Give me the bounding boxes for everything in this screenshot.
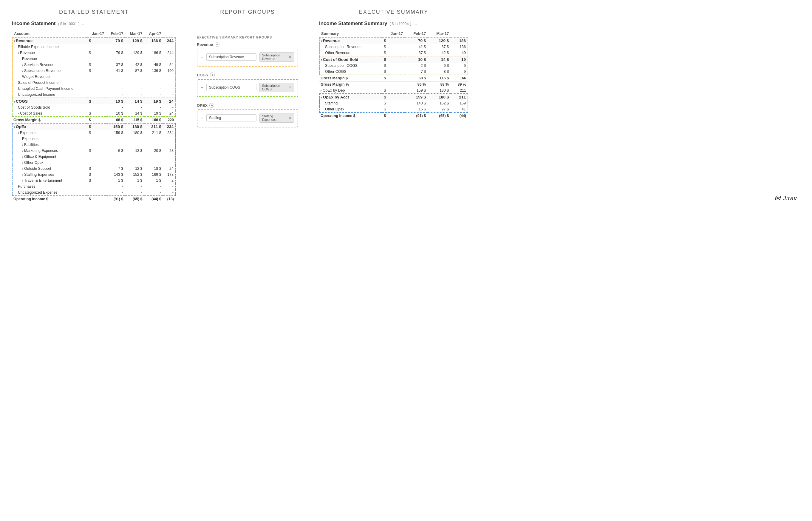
cell-value: -: [106, 74, 125, 80]
cell-value: 6 $: [106, 148, 125, 154]
chevron-icon: ▾: [18, 51, 19, 54]
exec-col-header-mar17: Mar-17: [428, 30, 451, 37]
table-row: Purchases----: [12, 183, 176, 189]
rg-revenue-add-btn[interactable]: +: [215, 42, 219, 47]
cell-value: 6 $: [428, 63, 451, 69]
exec-summary-label: EXECUTIVE SUMMARY REPORT GROUPS: [197, 36, 298, 39]
cell-account: ▸Office & Equipment: [12, 154, 87, 160]
rg-opex-add-btn[interactable]: +: [209, 103, 214, 108]
exec-dots[interactable]: ...: [413, 21, 417, 26]
cell-value: $: [87, 110, 106, 117]
cell-value: 178: [163, 172, 176, 178]
cell-account: Gross Margin %: [319, 82, 382, 88]
cell-value: -: [125, 136, 144, 142]
cell-value: 24: [163, 98, 176, 105]
cell-value: 186: [451, 37, 468, 44]
cell-value: 152 $: [125, 172, 144, 178]
cell-value: 211 $: [144, 130, 163, 136]
chevron-icon: ▾: [321, 58, 323, 62]
cell-value: 159 $: [106, 130, 125, 136]
cell-value: [382, 82, 405, 88]
rg-cogs-input[interactable]: [206, 84, 257, 91]
cell-value: 19 $: [144, 110, 163, 117]
cell-account: ▾Revenue: [319, 37, 382, 44]
rg-opex-section: OPEX + – Staffing Expenses ✕: [197, 103, 298, 128]
cell-value: $: [382, 94, 405, 100]
rg-opex-row-1: – Staffing Expenses ✕: [201, 113, 294, 123]
table-row: Staffing$143 $152 $169: [319, 100, 468, 106]
table-row: ▸Cost of Sales$10 $14 $19 $24: [12, 110, 176, 117]
rg-cogs-add-btn[interactable]: +: [210, 72, 215, 77]
rg-opex-minus-btn[interactable]: –: [201, 115, 204, 120]
rg-opex-tag: Staffing Expenses ✕: [259, 113, 294, 123]
rg-opex-tag-remove[interactable]: ✕: [289, 116, 291, 120]
cell-account: ▾Expenses: [12, 130, 87, 136]
rg-cogs-minus-btn[interactable]: –: [201, 85, 204, 90]
table-row: Other COGS$7 $8 $9: [319, 69, 468, 75]
cell-value: (44) $: [144, 196, 163, 202]
rg-cogs-row-1: – Subscription COGS ✕: [201, 83, 294, 92]
table-row: Revenue----: [12, 56, 176, 62]
rg-cogs-tag-remove[interactable]: ✕: [289, 86, 291, 90]
cell-value: 190: [163, 68, 176, 74]
cell-account: Operating Income $: [12, 196, 87, 202]
cell-value: 211 $: [144, 123, 163, 130]
cell-value: 1 $: [106, 178, 125, 183]
cell-value: [87, 136, 106, 142]
cell-account: Operating Income $: [319, 113, 382, 119]
rg-revenue-tag-remove[interactable]: ✕: [289, 55, 291, 59]
table-row: Billable Expense Income----: [12, 44, 176, 50]
cell-value: 87 $: [428, 44, 451, 50]
exec-subtitle: Income Statement Summary: [319, 21, 387, 26]
jirav-logo: ⋈ Jirav: [774, 194, 797, 202]
cell-value: 244: [163, 37, 176, 44]
cell-account: Other Revenue: [319, 50, 382, 56]
rg-opex-input[interactable]: [206, 114, 257, 121]
cell-value: 79 $: [405, 37, 428, 44]
cell-value: 18 $: [144, 166, 163, 172]
cell-value: 186 $: [144, 50, 163, 56]
cell-value: -: [144, 80, 163, 86]
cell-value: 88 %: [428, 82, 451, 88]
cell-value: 13 $: [125, 148, 144, 154]
cell-value: 180 $: [428, 87, 451, 94]
cell-value: 234: [163, 123, 176, 130]
cell-value: 54: [163, 62, 176, 68]
cell-value: -: [106, 44, 125, 50]
cell-value: -: [163, 74, 176, 80]
exec-col-header-jan17: Jan-17: [382, 30, 405, 37]
executive-summary-panel: EXECUTIVE SUMMARY Income Statement Summa…: [310, 9, 477, 202]
cell-value: 129 $: [125, 50, 144, 56]
detailed-dots[interactable]: ...: [82, 21, 86, 26]
col-header-feb17: Feb-17: [106, 30, 125, 37]
cell-value: 9: [451, 63, 468, 69]
cell-value: 7 $: [106, 166, 125, 172]
cell-value: -: [125, 154, 144, 160]
cell-value: 19: [451, 56, 468, 63]
cell-value: 49: [451, 50, 468, 56]
cell-value: 41 $: [405, 44, 428, 50]
rg-revenue-minus-btn[interactable]: –: [201, 54, 204, 60]
cell-value: [87, 183, 106, 189]
table-row: Uncategorized Income----: [12, 92, 176, 98]
cell-value: 136: [451, 44, 468, 50]
table-row: ▾OpEx$159 $180 $211 $234: [12, 123, 176, 130]
cell-account: ▾Cost of Good Sold: [319, 56, 382, 63]
table-row: Operating Income $$(91) $(65) $(44): [319, 113, 468, 119]
table-row: Unapplied Cash Payment Income----: [12, 86, 176, 92]
cell-value: -: [144, 92, 163, 98]
cell-account: ▸Subscription Revenue: [12, 68, 87, 74]
executive-table: Summary Jan-17 Feb-17 Mar-17 ▾Revenue$79…: [319, 30, 468, 119]
cell-value: 1 $: [144, 178, 163, 183]
rg-revenue-input[interactable]: [206, 53, 257, 61]
cell-account: Uncategorized Income: [12, 92, 87, 98]
cell-value: -: [144, 183, 163, 189]
detailed-statement-panel: DETAILED STATEMENT Income Statement ( $ …: [12, 9, 185, 202]
cell-value: $: [87, 166, 106, 172]
cell-account: ▸Facilities: [12, 142, 87, 148]
cell-value: [87, 92, 106, 98]
cell-value: -: [163, 56, 176, 62]
cell-value: $: [382, 37, 405, 44]
cell-value: -: [106, 92, 125, 98]
cell-value: [87, 44, 106, 50]
